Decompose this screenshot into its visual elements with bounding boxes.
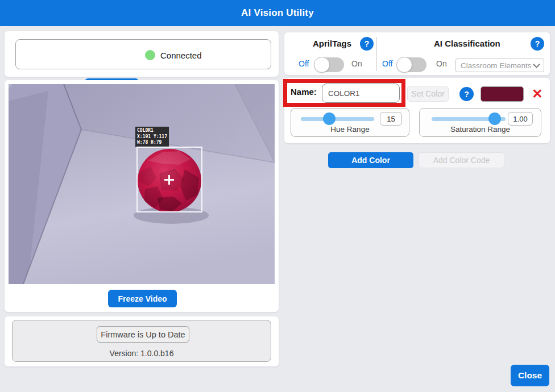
ai-vision-utility-dialog: AI Vision Utility Disconnect Connected — [0, 0, 555, 392]
remove-color-icon[interactable]: ✕ — [529, 86, 545, 102]
apriltags-on-label: On — [351, 59, 362, 68]
toggle-knob — [314, 57, 330, 73]
color-name-input[interactable] — [322, 84, 400, 103]
color-help-icon[interactable]: ? — [459, 87, 474, 101]
add-color-button[interactable]: Add Color — [328, 152, 413, 168]
apriltags-toggle[interactable] — [314, 57, 344, 72]
title-bar: AI Vision Utility — [0, 0, 555, 26]
add-color-code-button[interactable]: Add Color Code — [419, 152, 504, 168]
apriltags-help-icon[interactable]: ? — [360, 37, 374, 51]
section-divider — [376, 37, 377, 71]
ai-classification-toggle[interactable] — [397, 57, 426, 72]
connection-card: Disconnect Connected — [5, 31, 279, 77]
hue-range-label: Hue Range — [291, 125, 409, 134]
hue-value-box[interactable]: 15 — [380, 112, 402, 126]
connection-status-label: Connected — [160, 51, 202, 60]
firmware-status-button[interactable]: Firmware is Up to Date — [97, 326, 189, 343]
detection-label: COLOR1X:191 Y:117W:78 H:79 — [135, 127, 169, 147]
freeze-video-button[interactable]: Freeze Video — [108, 290, 177, 307]
ai-classification-title: AI Classification — [434, 39, 500, 48]
video-card: COLOR1X:191 Y:117W:78 H:79 Freeze Video — [5, 80, 279, 312]
page-title: AI Vision Utility — [241, 7, 314, 19]
classification-model-value: Classroom Elements — [461, 61, 534, 70]
hue-range-group: 15 Hue Range — [291, 108, 409, 137]
saturation-value-box[interactable]: 1.00 — [508, 112, 533, 126]
saturation-range-group: 1.00 Saturation Range — [419, 108, 541, 137]
classification-model-select[interactable]: Classroom Elements — [455, 59, 544, 72]
saturation-range-label: Saturation Range — [420, 125, 541, 134]
firmware-card: Firmware is Up to Date Version: 1.0.0.b1… — [5, 316, 279, 366]
color-swatch[interactable] — [481, 86, 524, 102]
connected-status-dot — [145, 50, 155, 60]
color-name-label: Name: — [291, 87, 317, 97]
camera-feed[interactable]: COLOR1X:191 Y:117W:78 H:79 — [9, 84, 275, 284]
connection-status-panel — [15, 39, 271, 69]
chevron-down-icon — [533, 61, 540, 68]
close-button[interactable]: Close — [511, 365, 549, 386]
toggle-knob — [396, 57, 412, 73]
ai-classification-off-label: Off — [382, 59, 392, 68]
apriltags-off-label: Off — [299, 59, 309, 68]
detection-modes-card: AprilTags ? Off On AI Classification ? O… — [284, 32, 550, 75]
hue-slider-knob[interactable] — [323, 112, 336, 125]
hue-slider-track[interactable] — [301, 117, 374, 121]
crosshair-icon — [168, 175, 170, 185]
saturation-slider-knob[interactable] — [488, 112, 501, 125]
ai-classification-help-icon[interactable]: ? — [531, 37, 544, 51]
apriltags-title: AprilTags — [313, 39, 351, 48]
firmware-version-label: Version: 1.0.0.b16 — [5, 349, 279, 358]
set-color-button[interactable]: Set Color — [407, 86, 449, 102]
ai-classification-on-label: On — [436, 59, 447, 68]
